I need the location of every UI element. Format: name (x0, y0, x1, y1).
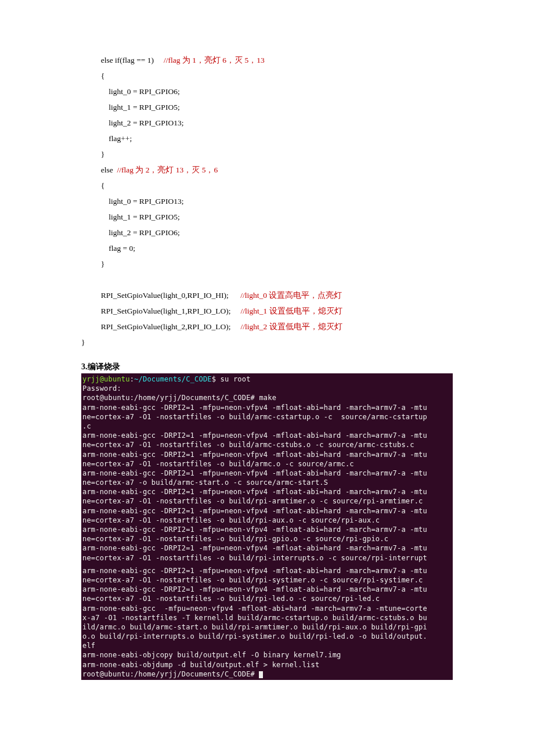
terminal-gap (82, 563, 452, 566)
code-line: { (81, 71, 104, 80)
terminal-line: arm-none-eabi-objcopy build/output.elf -… (82, 651, 341, 659)
code-line: } (81, 150, 104, 159)
terminal-line: arm-none-eabi-gcc -DRPI2=1 -mfpu=neon-vf… (82, 469, 427, 477)
terminal-path: ~/Documents/C_CODE (134, 375, 212, 383)
code-line: light_1 = RPI_GPIO5; (81, 213, 180, 221)
terminal-line: arm-none-eabi-gcc -DRPI2=1 -mfpu=neon-vf… (82, 585, 427, 593)
terminal-line: arm-none-eabi-gcc -DRPI2=1 -mfpu=neon-vf… (82, 544, 427, 552)
code-comment: //light_1 设置低电平，熄灭灯 (241, 307, 342, 315)
source-code-block: else if(flag == 1) //flag 为 1，亮灯 6，灭 5，1… (81, 52, 453, 350)
terminal-text: : (130, 375, 134, 383)
terminal-user: yrjj@ubuntu (82, 375, 130, 383)
terminal-line: ne=cortex-a7 -O1 -nostartfiles -o build/… (82, 460, 354, 468)
terminal-cursor (259, 671, 263, 678)
terminal-line: arm-none-eabi-objdump -d build/output.el… (82, 661, 319, 669)
code-comment: //flag 为 1，亮灯 6，灭 5，13 (164, 56, 265, 64)
terminal-line: arm-none-eabi-gcc -mfpu=neon-vfpv4 -mflo… (82, 604, 427, 613)
terminal-line: arm-none-eabi-gcc -DRPI2=1 -mfpu=neon-vf… (82, 567, 427, 575)
terminal-cmd: make (259, 394, 276, 402)
terminal-line: ne=cortex-a7 -O1 -nostartfiles -o build/… (82, 497, 423, 505)
code-line: RPI_SetGpioValue(light_1,RPI_IO_LO); (81, 307, 241, 315)
code-line: RPI_SetGpioValue(light_0,RPI_IO_HI); (81, 291, 240, 300)
code-line: else (81, 165, 117, 174)
terminal-line: ne=cortex-a7 -o build/armc-start.o -c so… (82, 478, 328, 487)
terminal-line: x-a7 -O1 -nostartfiles -T kernel.ld buil… (82, 614, 427, 622)
terminal-line: ne=cortex-a7 -O1 -nostartfiles -o build/… (82, 441, 414, 449)
code-comment: //flag 为 2，亮灯 13，灭 5，6 (117, 165, 218, 174)
terminal-output: yrjj@ubuntu:~/Documents/C_CODE$ su root … (81, 373, 453, 680)
terminal-prompt: root@ubuntu:/home/yrjj/Documents/C_CODE# (82, 670, 259, 678)
terminal-prompt: root@ubuntu:/home/yrjj/Documents/C_CODE# (82, 394, 259, 402)
code-line: light_1 = RPI_GPIO5; (81, 103, 180, 111)
terminal-line: elf (82, 642, 95, 650)
terminal-line: arm-none-eabi-gcc -DRPI2=1 -mfpu=neon-vf… (82, 451, 427, 459)
code-line: flag++; (81, 134, 132, 143)
code-line: light_0 = RPI_GPIO6; (81, 87, 180, 96)
terminal-line: .c (82, 422, 91, 430)
terminal-line: arm-none-eabi-gcc -DRPI2=1 -mfpu=neon-vf… (82, 404, 427, 412)
code-line: light_2 = RPI_GPIO6; (81, 228, 180, 237)
code-comment: //light_0 设置高电平，点亮灯 (240, 291, 342, 300)
terminal-line: ne=cortex-a7 -O1 -nostartfiles -o build/… (82, 595, 380, 603)
terminal-line: ild/armc.o build/armc-start.o build/rpi-… (82, 623, 427, 631)
code-line: { (81, 181, 104, 190)
terminal-cmd: $ su root (212, 375, 251, 383)
code-comment: //light_2 设置低电平，熄灭灯 (241, 322, 342, 331)
terminal-line: o.o build/rpi-interrupts.o build/rpi-sys… (82, 632, 427, 640)
terminal-line: arm-none-eabi-gcc -DRPI2=1 -mfpu=neon-vf… (82, 507, 427, 515)
terminal-line: Password: (82, 384, 125, 393)
terminal-line: arm-none-eabi-gcc -DRPI2=1 -mfpu=neon-vf… (82, 488, 427, 496)
terminal-line: ne=cortex-a7 -O1 -nostartfiles -o build/… (82, 516, 380, 524)
code-line: flag = 0; (81, 244, 135, 253)
terminal-line: ne=cortex-a7 -O1 -nostartfiles -o build/… (82, 554, 427, 562)
terminal-line: ne=cortex-a7 -O1 -nostartfiles -o build/… (82, 576, 423, 584)
terminal-line: arm-none-eabi-gcc -DRPI2=1 -mfpu=neon-vf… (82, 431, 427, 440)
code-line: RPI_SetGpioValue(light_2,RPI_IO_LO); (81, 322, 241, 331)
code-line: light_0 = RPI_GPIO13; (81, 197, 183, 206)
code-line: else if(flag == 1) (81, 56, 164, 64)
terminal-line: arm-none-eabi-gcc -DRPI2=1 -mfpu=neon-vf… (82, 525, 427, 534)
code-line: } (81, 338, 85, 347)
section-heading: 3.编译烧录 (81, 362, 453, 372)
code-line: } (81, 260, 104, 268)
terminal-line: ne=cortex-a7 -O1 -nostartfiles -o build/… (82, 535, 388, 543)
terminal-line: ne=cortex-a7 -O1 -nostartfiles -o build/… (82, 413, 427, 421)
code-line: light_2 = RPI_GPIO13; (81, 118, 183, 127)
